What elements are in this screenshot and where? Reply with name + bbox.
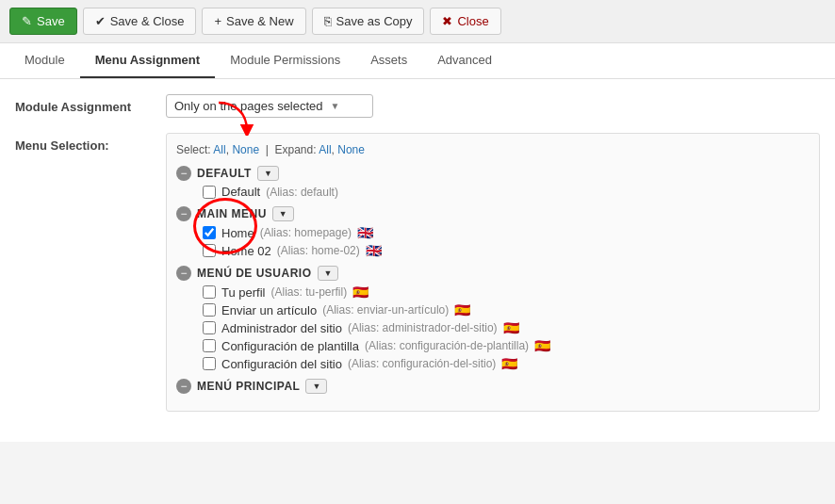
- flag-icon: 🇬🇧: [366, 243, 382, 258]
- module-assignment-dropdown[interactable]: Only on the pages selected ▼: [166, 94, 373, 118]
- collapse-icon-user_menu[interactable]: −: [176, 266, 191, 281]
- menu-item-checkbox-user_menu-4[interactable]: [203, 357, 216, 370]
- menu-group-main_principal: −MENÚ PRINCIPAL▼: [176, 379, 810, 394]
- menu-item: Home (Alias: homepage)🇬🇧: [203, 225, 810, 240]
- checkmark-icon: ✔: [95, 14, 106, 28]
- group-name-main_principal: MENÚ PRINCIPAL: [197, 380, 300, 393]
- menu-groups: −DEFAULT▼Default (Alias: default)−MAIN M…: [176, 166, 810, 394]
- menu-group-header-user_menu: −MENÚ DE USUARIO▼: [176, 266, 810, 281]
- close-button[interactable]: ✖ Close: [430, 8, 500, 35]
- module-assignment-row: Module Assignment Only on the pages sele…: [15, 94, 820, 118]
- flag-icon: 🇪🇸: [534, 338, 550, 353]
- flag-icon: 🇪🇸: [503, 320, 519, 335]
- tab-bar: Module Menu Assignment Module Permission…: [0, 43, 835, 79]
- collapse-icon-main_principal[interactable]: −: [176, 379, 191, 394]
- menu-item-label: Configuración del sitio: [221, 357, 342, 371]
- chevron-down-icon: ▼: [324, 268, 333, 278]
- menu-group-default: −DEFAULT▼Default (Alias: default): [176, 166, 810, 199]
- save-icon: ✎: [22, 14, 32, 28]
- expand-none-link[interactable]: None: [337, 143, 365, 156]
- menu-item-checkbox-user_menu-0[interactable]: [203, 285, 216, 299]
- chevron-down-icon: ▼: [264, 169, 272, 178]
- chevron-down-icon: ▼: [331, 101, 340, 111]
- chevron-down-icon: ▼: [312, 382, 320, 391]
- group-dropdown-default[interactable]: ▼: [257, 166, 279, 181]
- menu-items-main_menu: Home (Alias: homepage)🇬🇧Home 02 (Alias: …: [176, 225, 810, 258]
- module-assignment-label: Module Assignment: [15, 94, 166, 114]
- flag-icon: 🇪🇸: [501, 356, 517, 371]
- select-none-link[interactable]: None: [232, 143, 259, 156]
- menu-item-label: Enviar un artículo: [221, 303, 317, 317]
- menu-item-label: Administrador del sitio: [221, 321, 342, 335]
- expand-all-link[interactable]: All: [319, 143, 331, 156]
- group-name-user_menu: MENÚ DE USUARIO: [197, 267, 312, 280]
- select-expand-links: Select: All, None | Expand: All, None: [176, 143, 810, 156]
- menu-item-checkbox-user_menu-1[interactable]: [203, 303, 216, 317]
- save-button[interactable]: ✎ Save: [9, 8, 77, 35]
- menu-selection-box: Select: All, None | Expand: All, None −D…: [166, 133, 820, 412]
- menu-selection-row: Menu Selection: Select: All, None: [15, 133, 820, 412]
- menu-item-alias: (Alias: default): [266, 186, 338, 199]
- menu-items-default: Default (Alias: default): [176, 185, 810, 199]
- menu-selection-label: Menu Selection:: [15, 133, 166, 153]
- save-copy-button[interactable]: ⎘ Save as Copy: [312, 8, 425, 35]
- content-area: Module Assignment Only on the pages sele…: [0, 79, 835, 442]
- group-name-default: DEFAULT: [197, 167, 252, 180]
- menu-items-user_menu: Tu perfil (Alias: tu-perfil)🇪🇸Enviar un …: [176, 285, 810, 371]
- menu-selection-wrap: Select: All, None | Expand: All, None −D…: [166, 133, 820, 412]
- copy-icon: ⎘: [324, 14, 332, 28]
- flag-icon: 🇬🇧: [357, 225, 373, 240]
- menu-item: Enviar un artículo (Alias: enviar-un-art…: [203, 302, 810, 317]
- menu-group-header-main_menu: −MAIN MENU▼: [176, 206, 810, 221]
- menu-item-checkbox-user_menu-2[interactable]: [203, 321, 216, 334]
- save-close-button[interactable]: ✔ Save & Close: [83, 8, 197, 35]
- menu-item-alias: (Alias: enviar-un-artículo): [322, 303, 449, 317]
- menu-item-alias: (Alias: configuración-del-sitio): [348, 357, 496, 370]
- menu-item: Home 02 (Alias: home-02)🇬🇧: [203, 243, 810, 258]
- toolbar: ✎ Save ✔ Save & Close + Save & New ⎘ Sav…: [0, 0, 835, 43]
- flag-icon: 🇪🇸: [352, 285, 368, 300]
- group-dropdown-user_menu[interactable]: ▼: [318, 266, 339, 281]
- menu-item-checkbox-main_menu-1[interactable]: [203, 244, 216, 257]
- menu-group-header-default: −DEFAULT▼: [176, 166, 810, 181]
- menu-item-label: Home: [221, 226, 254, 240]
- menu-item-checkbox-default-0[interactable]: [203, 186, 216, 199]
- menu-item-alias: (Alias: administrador-del-sitio): [348, 321, 498, 334]
- tab-advanced[interactable]: Advanced: [422, 43, 507, 78]
- collapse-icon-main_menu[interactable]: −: [176, 206, 191, 221]
- menu-item-label: Home 02: [221, 244, 271, 258]
- tab-module[interactable]: Module: [9, 43, 80, 78]
- menu-item-alias: (Alias: homepage): [260, 226, 352, 239]
- menu-item: Configuración del sitio (Alias: configur…: [203, 356, 810, 371]
- group-dropdown-main_principal[interactable]: ▼: [305, 379, 327, 394]
- flag-icon: 🇪🇸: [454, 302, 470, 317]
- menu-group-user_menu: −MENÚ DE USUARIO▼Tu perfil (Alias: tu-pe…: [176, 266, 810, 371]
- menu-item: Tu perfil (Alias: tu-perfil)🇪🇸: [203, 285, 810, 300]
- tab-assets[interactable]: Assets: [355, 43, 422, 78]
- collapse-icon-default[interactable]: −: [176, 166, 191, 181]
- save-new-button[interactable]: + Save & New: [202, 8, 305, 35]
- menu-item-alias: (Alias: configuración-de-plantilla): [365, 339, 529, 352]
- group-dropdown-main_menu[interactable]: ▼: [272, 206, 294, 221]
- menu-item: Default (Alias: default): [203, 185, 810, 199]
- plus-icon: +: [214, 14, 221, 28]
- menu-item-label: Configuración de plantilla: [221, 339, 359, 353]
- tab-menu-assignment[interactable]: Menu Assignment: [80, 43, 215, 78]
- select-all-link[interactable]: All: [213, 143, 225, 156]
- group-name-main_menu: MAIN MENU: [197, 207, 267, 220]
- menu-item: Configuración de plantilla (Alias: confi…: [203, 338, 810, 353]
- chevron-down-icon: ▼: [279, 209, 287, 219]
- menu-item-alias: (Alias: home-02): [277, 244, 360, 257]
- menu-item-label: Default: [221, 185, 260, 199]
- menu-group-main_menu: −MAIN MENU▼Home (Alias: homepage)🇬🇧Home …: [176, 206, 810, 258]
- menu-item-checkbox-main_menu-0[interactable]: [203, 226, 216, 239]
- close-icon: ✖: [442, 14, 452, 28]
- menu-item-alias: (Alias: tu-perfil): [270, 285, 347, 299]
- menu-item-label: Tu perfil: [221, 285, 265, 300]
- menu-item: Administrador del sitio (Alias: administ…: [203, 320, 810, 335]
- menu-group-header-main_principal: −MENÚ PRINCIPAL▼: [176, 379, 810, 394]
- tab-module-permissions[interactable]: Module Permissions: [215, 43, 355, 78]
- menu-item-checkbox-user_menu-3[interactable]: [203, 339, 216, 352]
